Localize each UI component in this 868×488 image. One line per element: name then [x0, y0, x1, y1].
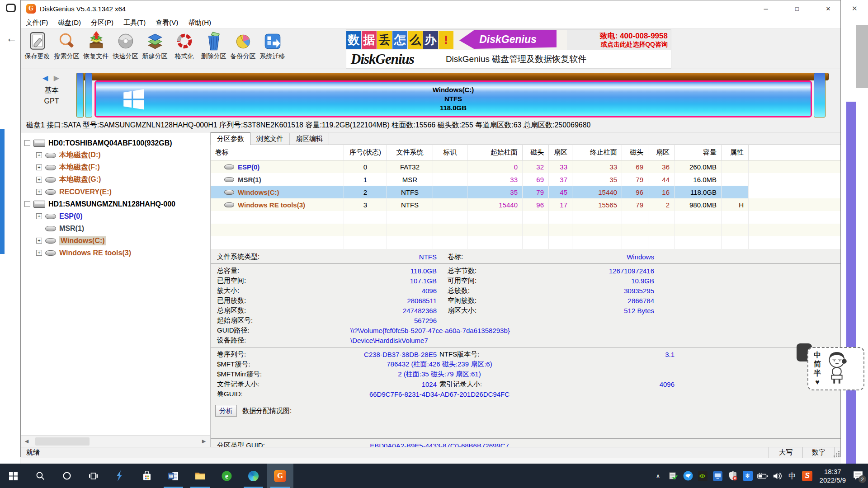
- tree-item-local-g[interactable]: + 本地磁盘(G:): [21, 174, 210, 186]
- sogou-icon[interactable]: S: [802, 470, 813, 481]
- menu-tools[interactable]: 工具(T): [118, 19, 151, 27]
- analyze-button[interactable]: 分析: [215, 405, 237, 417]
- column-header-start-cyl[interactable]: 起始柱面: [467, 145, 523, 160]
- ad-qq-link[interactable]: 或点击此处选择QQ咨询: [601, 41, 668, 48]
- quick-partition-button[interactable]: 快速分区: [111, 29, 140, 69]
- partition-bar-winre[interactable]: [814, 73, 826, 117]
- expand-toggle[interactable]: +: [36, 177, 42, 183]
- table-row-msr[interactable]: MSR(1) 1 MSR 33 69 37 35 79 44 16.0MB: [211, 173, 840, 186]
- prev-disk-arrow-icon[interactable]: ◀: [42, 74, 48, 82]
- expand-toggle[interactable]: +: [36, 238, 42, 244]
- tree-item-hd0[interactable]: − HD0:TOSHIBAMQ04ABF100(932GB): [21, 137, 210, 149]
- ime-floating-widget[interactable]: 中 简 半 ♥: [807, 347, 864, 390]
- search-partition-button[interactable]: 搜索分区: [52, 29, 81, 69]
- scroll-right-arrow-icon[interactable]: ▶: [198, 436, 210, 447]
- column-header-seq[interactable]: 序号(状态): [344, 145, 387, 160]
- column-header-start-head[interactable]: 磁头: [523, 145, 549, 160]
- table-row-winre[interactable]: Windows RE tools(3) 3 NTFS 15440 96 17 1…: [211, 198, 840, 211]
- table-row-esp[interactable]: ESP(0) 0 FAT32 0 32 33 33 69 36 260.0MB: [211, 160, 840, 173]
- maximize-button[interactable]: □: [787, 0, 807, 17]
- column-header-fs[interactable]: 文件系统: [387, 145, 433, 160]
- resize-grip[interactable]: [834, 447, 840, 458]
- column-header-end-cyl[interactable]: 终止柱面: [572, 145, 622, 160]
- tree-horizontal-scrollbar[interactable]: ◀ ▶: [21, 435, 210, 447]
- tree-item-hd1[interactable]: − HD1:SAMSUNGMZNLN128HAHQ-000: [21, 198, 210, 210]
- backup-partition-button[interactable]: 备份分区: [228, 29, 258, 69]
- menu-file[interactable]: 文件(F): [21, 19, 53, 27]
- column-header-end-sector[interactable]: 扇区: [648, 145, 675, 160]
- tree-item-msr[interactable]: MSR(1): [21, 222, 210, 235]
- scroll-left-arrow-icon[interactable]: ◀: [21, 436, 33, 447]
- column-header-start-sector[interactable]: 扇区: [549, 145, 572, 160]
- file-explorer-button[interactable]: [187, 464, 213, 488]
- expand-toggle[interactable]: +: [36, 164, 42, 170]
- system-migration-button[interactable]: 系统迁移: [258, 29, 287, 69]
- tab-browse-files[interactable]: 浏览文件: [250, 133, 290, 145]
- menu-disk[interactable]: 磁盘(D): [53, 19, 86, 27]
- expand-toggle[interactable]: +: [36, 189, 42, 195]
- ime-indicator[interactable]: 中: [787, 470, 798, 481]
- tree-item-local-f[interactable]: + 本地磁盘(F:): [21, 161, 210, 174]
- taskbar-clock[interactable]: 18:37 2022/5/9: [820, 467, 846, 484]
- security-shield-icon[interactable]: [727, 470, 738, 481]
- taskbar-app-flash[interactable]: [107, 464, 133, 488]
- table-row-windows-c-selected[interactable]: Windows(C:) 2 NTFS 35 79 45 15440 96 16 …: [211, 186, 840, 198]
- scrollbar-thumb[interactable]: [35, 437, 90, 446]
- close-button[interactable]: ✕: [818, 0, 839, 17]
- tree-item-recovery-e[interactable]: + RECOVERY(E:): [21, 186, 210, 198]
- dingtalk-icon[interactable]: [683, 470, 693, 481]
- column-header-end-head[interactable]: 磁头: [622, 145, 648, 160]
- column-header-volume[interactable]: 卷标: [211, 145, 344, 160]
- recover-files-button[interactable]: 恢复文件: [81, 29, 111, 69]
- column-header-tag[interactable]: 标识: [433, 145, 467, 160]
- action-center-button[interactable]: 2: [853, 470, 864, 482]
- menu-view[interactable]: 查看(V): [151, 19, 183, 27]
- word-button[interactable]: W: [160, 464, 187, 488]
- background-close-icon[interactable]: ✕: [852, 5, 858, 13]
- free-space-value: 10.9GB: [538, 277, 654, 285]
- back-arrow-icon[interactable]: ←: [6, 32, 17, 45]
- new-partition-button[interactable]: 新建分区: [140, 29, 170, 69]
- ad-contact[interactable]: 致电: 400-008-9958 或点击此处选择QQ咨询: [567, 30, 671, 50]
- expand-toggle[interactable]: +: [36, 213, 42, 219]
- minimize-button[interactable]: ─: [755, 0, 776, 17]
- column-header-capacity[interactable]: 容量: [675, 145, 722, 160]
- collapse-toggle[interactable]: −: [24, 201, 30, 207]
- taskbar-search-button[interactable]: [27, 464, 53, 488]
- intel-graphics-icon[interactable]: [712, 470, 723, 481]
- menu-partition[interactable]: 分区(P): [86, 19, 118, 27]
- battery-icon[interactable]: [757, 470, 768, 481]
- tab-sector-edit[interactable]: 扇区编辑: [290, 133, 329, 145]
- collapse-toggle[interactable]: −: [24, 140, 30, 146]
- start-button[interactable]: [0, 464, 27, 488]
- menu-help[interactable]: 帮助(H): [183, 19, 216, 27]
- expand-toggle[interactable]: +: [36, 250, 42, 256]
- tree-item-windows-c[interactable]: + Windows(C:): [21, 235, 210, 247]
- ad-banner[interactable]: 数 据 丢 怎 么 办 ! DiskGenius 致电: 400-008-995…: [346, 30, 671, 68]
- tray-expand-chevron[interactable]: ∧: [653, 470, 664, 481]
- checklist-icon[interactable]: [668, 470, 679, 481]
- column-header-attr[interactable]: 属性: [722, 145, 749, 160]
- tree-item-local-d[interactable]: + 本地磁盘(D:): [21, 149, 210, 161]
- save-changes-button[interactable]: 保存更改: [23, 29, 52, 69]
- volume-icon[interactable]: [772, 470, 783, 481]
- partition-icon: [45, 153, 56, 158]
- expand-toggle[interactable]: +: [36, 152, 42, 158]
- edge-button[interactable]: [240, 464, 267, 488]
- task-view-button[interactable]: [80, 464, 107, 488]
- green-browser-button[interactable]: e: [213, 464, 240, 488]
- snowflake-icon[interactable]: ❄: [742, 470, 753, 481]
- next-disk-arrow-icon[interactable]: ▶: [54, 74, 59, 82]
- tree-item-winre[interactable]: + Windows RE tools(3): [21, 247, 210, 259]
- partition-bar-windows-c[interactable]: Windows(C:) NTFS 118.0GB: [94, 80, 812, 117]
- partition-bar-esp[interactable]: [76, 73, 84, 117]
- tab-partition-params[interactable]: 分区参数: [211, 132, 250, 145]
- delete-partition-button[interactable]: 删除分区: [199, 29, 228, 69]
- cortana-button[interactable]: [53, 464, 80, 488]
- format-button[interactable]: 格式化: [170, 29, 199, 69]
- microsoft-store-button[interactable]: [133, 464, 160, 488]
- nvidia-icon[interactable]: [698, 470, 708, 481]
- diskgenius-taskbar-button[interactable]: G: [267, 464, 293, 488]
- tree-item-esp[interactable]: + ESP(0): [21, 210, 210, 222]
- partition-bar-msr[interactable]: [85, 73, 92, 117]
